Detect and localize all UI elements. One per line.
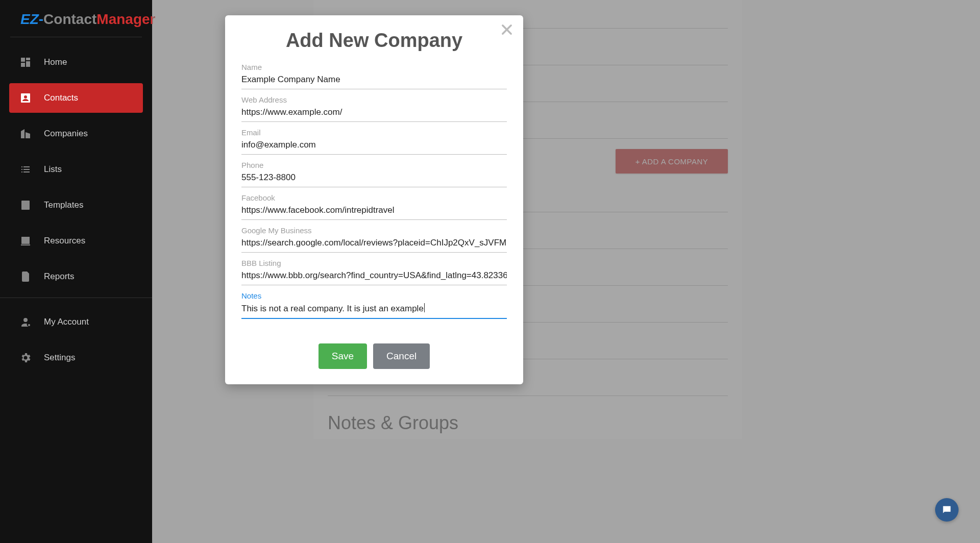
sidebar-item-account[interactable]: My Account xyxy=(9,307,143,337)
gmb-input[interactable] xyxy=(241,236,507,253)
sidebar-item-templates[interactable]: Templates xyxy=(9,190,143,220)
field-bbb: BBB Listing xyxy=(241,259,507,285)
sidebar-item-label: Settings xyxy=(44,353,75,363)
account-icon xyxy=(19,316,32,328)
add-company-modal: Add New Company Name Web Address Email P… xyxy=(225,15,523,384)
sidebar-item-home[interactable]: Home xyxy=(9,47,143,77)
field-notes-label: Notes xyxy=(241,291,507,300)
sidebar-item-resources[interactable]: Resources xyxy=(9,226,143,256)
sidebar-item-lists[interactable]: Lists xyxy=(9,155,143,184)
sidebar-item-label: Templates xyxy=(44,200,83,210)
logo-ez: EZ xyxy=(20,11,39,27)
sidebar-item-label: Home xyxy=(44,57,67,67)
app-logo: EZ-ContactManager xyxy=(10,0,142,37)
modal-title: Add New Company xyxy=(241,30,507,52)
close-button[interactable] xyxy=(500,22,514,37)
save-button[interactable]: Save xyxy=(318,343,367,369)
sidebar-item-companies[interactable]: Companies xyxy=(9,119,143,149)
chat-fab[interactable] xyxy=(935,498,959,522)
field-name-label: Name xyxy=(241,63,507,71)
sidebar-item-label: Reports xyxy=(44,272,75,282)
field-name: Name xyxy=(241,63,507,89)
phone-input[interactable] xyxy=(241,170,507,187)
logo-manager: Manager xyxy=(96,11,155,27)
sidebar-item-label: Lists xyxy=(44,164,62,175)
chat-icon xyxy=(941,504,952,515)
name-input[interactable] xyxy=(241,72,507,89)
web-input[interactable] xyxy=(241,105,507,122)
field-phone-label: Phone xyxy=(241,161,507,169)
field-email: Email xyxy=(241,128,507,155)
email-input[interactable] xyxy=(241,138,507,155)
close-icon xyxy=(500,22,514,37)
logo-contact: Contact xyxy=(43,11,96,27)
resources-icon xyxy=(19,235,32,247)
sidebar-item-contacts[interactable]: Contacts xyxy=(9,83,143,113)
field-phone: Phone xyxy=(241,161,507,187)
sidebar-item-label: My Account xyxy=(44,317,89,327)
logo-dash: - xyxy=(39,11,43,27)
contacts-icon xyxy=(19,92,32,104)
field-notes: Notes This is not a real company. It is … xyxy=(241,291,507,319)
lists-icon xyxy=(19,163,32,176)
field-bbb-label: BBB Listing xyxy=(241,259,507,267)
sidebar-item-label: Contacts xyxy=(44,93,78,103)
sidebar: EZ-ContactManager Home Contacts Companie… xyxy=(0,0,152,543)
dashboard-icon xyxy=(19,56,32,68)
cancel-button[interactable]: Cancel xyxy=(373,343,430,369)
notes-input[interactable]: This is not a real company. It is just a… xyxy=(241,301,507,319)
field-facebook-label: Facebook xyxy=(241,193,507,202)
sidebar-divider xyxy=(0,298,152,298)
field-gmb: Google My Business xyxy=(241,226,507,253)
settings-icon xyxy=(19,352,32,364)
facebook-input[interactable] xyxy=(241,203,507,220)
field-gmb-label: Google My Business xyxy=(241,226,507,235)
sidebar-item-label: Companies xyxy=(44,129,88,139)
reports-icon xyxy=(19,270,32,283)
field-web: Web Address xyxy=(241,95,507,122)
sidebar-nav: Home Contacts Companies Lists Templates … xyxy=(0,37,152,373)
sidebar-item-settings[interactable]: Settings xyxy=(9,343,143,373)
templates-icon xyxy=(19,199,32,211)
bbb-input[interactable] xyxy=(241,268,507,285)
field-web-label: Web Address xyxy=(241,95,507,104)
sidebar-item-label: Resources xyxy=(44,236,85,246)
modal-actions: Save Cancel xyxy=(241,343,507,369)
field-email-label: Email xyxy=(241,128,507,137)
companies-icon xyxy=(19,128,32,140)
sidebar-item-reports[interactable]: Reports xyxy=(9,262,143,291)
field-facebook: Facebook xyxy=(241,193,507,220)
